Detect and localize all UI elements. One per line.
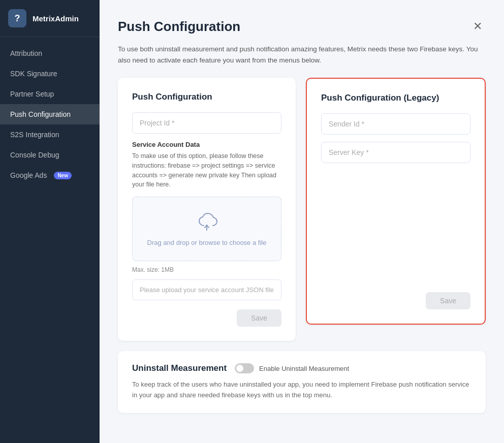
service-account-label: Service Account Data [132,141,281,148]
sidebar-item-push-configuration[interactable]: Push Configuration [0,104,100,124]
sidebar-nav: Attribution SDK Signature Partner Setup … [0,37,100,443]
app-name: MetrixAdmin [33,14,79,23]
push-config-title: Push Configuration [132,92,281,102]
sidebar-item-attribution[interactable]: Attribution [0,43,100,64]
push-config-card: Push Configuration Service Account Data … [118,78,296,341]
sidebar-item-partner-setup[interactable]: Partner Setup [0,84,100,104]
close-button[interactable]: ✕ [469,18,486,35]
sidebar-item-label: SDK Signature [10,70,57,78]
project-id-input[interactable] [132,112,281,134]
upload-area[interactable]: Drag and drop or browse to choose a file [132,197,281,261]
push-config-legacy-title: Push Configuration (Legacy) [321,93,470,103]
new-badge: New [54,172,72,179]
sidebar-item-label: Attribution [10,49,42,57]
push-config-save-button[interactable]: Save [237,309,281,327]
uninstall-description: To keep track of the users who have unin… [132,379,471,401]
toggle-row: Enable Uninstall Measurement [235,363,349,373]
sidebar-item-sdk-signature[interactable]: SDK Signature [0,64,100,84]
upload-cloud-icon [195,211,219,234]
toggle-slider [235,363,254,373]
service-account-desc: To make use of this option, please follo… [132,151,281,189]
page-header: Push Configuration ✕ [118,18,486,35]
enable-uninstall-toggle[interactable] [235,363,254,373]
sidebar-item-label: Google Ads [10,171,47,179]
uninstall-title: Uninstall Measurement [132,363,227,373]
uninstall-header: Uninstall Measurement Enable Uninstall M… [132,363,471,373]
cards-row: Push Configuration Service Account Data … [118,78,486,341]
sidebar: ? MetrixAdmin Attribution SDK Signature … [0,0,100,443]
push-config-legacy-card: Push Configuration (Legacy) Save [306,78,486,325]
sender-id-input[interactable] [321,113,470,135]
upload-info-text: Please upload your service account JSON … [132,279,281,300]
sidebar-item-s2s-integration[interactable]: S2S Integration [0,124,100,145]
sidebar-item-label: Partner Setup [10,90,54,98]
sidebar-logo: ? MetrixAdmin [0,0,100,37]
toggle-label: Enable Uninstall Measurement [259,365,349,372]
sidebar-item-label: Console Debug [10,151,59,159]
sidebar-item-label: S2S Integration [10,131,59,139]
push-config-legacy-save-button[interactable]: Save [426,292,470,309]
upload-text: Drag and drop or browse to choose a file [147,239,267,246]
logo-icon: ? [8,9,26,27]
server-key-input[interactable] [321,142,470,163]
page-description: To use both uninstall measurement and pu… [118,44,486,66]
sidebar-item-google-ads[interactable]: Google Ads New [0,165,100,185]
sidebar-item-label: Push Configuration [10,110,71,118]
uninstall-measurement-card: Uninstall Measurement Enable Uninstall M… [118,351,486,413]
main-content: Push Configuration ✕ To use both uninsta… [100,0,504,443]
max-size-text: Max. size: 1MB [132,266,281,273]
sidebar-item-console-debug[interactable]: Console Debug [0,145,100,165]
page-title: Push Configuration [118,19,240,35]
